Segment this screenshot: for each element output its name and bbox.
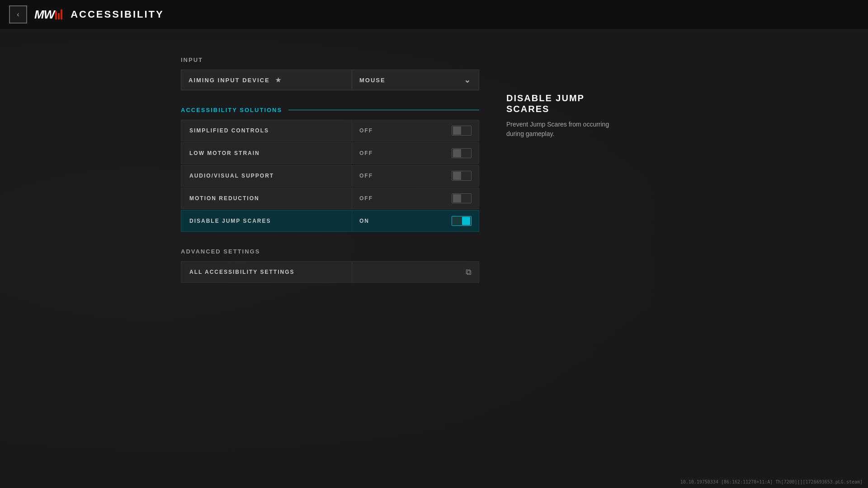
toggle-row-low-motor-strain[interactable]: LOW MOTOR STRAINOFF (181, 142, 479, 164)
toggle-switch-1[interactable] (452, 148, 472, 158)
toggle-switch-2[interactable] (452, 171, 472, 181)
input-section: INPUT AIMING INPUT DEVICE ★ MOUSE ⌄ (181, 56, 479, 90)
toggle-knob-3 (453, 194, 461, 202)
toggle-knob-1 (453, 149, 461, 157)
toggle-row-simplified-controls[interactable]: SIMPLIFIED CONTROLSOFF (181, 120, 479, 141)
advanced-settings-section: ADVANCED SETTINGS ALL ACCESSIBILITY SETT… (181, 248, 479, 283)
logo: MW (34, 8, 62, 22)
toggle-switch-3[interactable] (452, 193, 472, 203)
accessibility-solutions-section: ACCESSIBILITY SOLUTIONS SIMPLIFIED CONTR… (181, 107, 479, 232)
logo-bar-2 (58, 13, 60, 19)
back-button[interactable]: ‹ (9, 5, 27, 23)
toggle-right-4: ON (352, 216, 479, 226)
header: ‹ MW ACCESSIBILITY (0, 0, 868, 29)
main-content: INPUT AIMING INPUT DEVICE ★ MOUSE ⌄ AC (0, 29, 868, 292)
toggle-row-audio-visual-support[interactable]: AUDIO/VISUAL SUPPORTOFF (181, 165, 479, 187)
chevron-down-icon: ⌄ (464, 75, 472, 85)
toggle-knob-4 (462, 217, 470, 225)
page-title: ACCESSIBILITY (71, 9, 164, 20)
toggle-right-2: OFF (352, 171, 479, 181)
toggle-label-2: AUDIO/VISUAL SUPPORT (181, 173, 352, 179)
toggle-label-0: SIMPLIFIED CONTROLS (181, 127, 352, 134)
all-accessibility-settings-label: ALL ACCESSIBILITY SETTINGS (181, 269, 352, 275)
info-description: Prevent Jump Scares from occurring durin… (506, 120, 624, 139)
toggle-knob-2 (453, 172, 461, 180)
info-title: DISABLE JUMP SCARES (506, 93, 624, 114)
toggle-knob-0 (453, 127, 461, 135)
toggle-switch-4[interactable] (452, 216, 472, 226)
accessibility-solutions-title: ACCESSIBILITY SOLUTIONS (181, 107, 288, 113)
back-icon: ‹ (17, 10, 19, 19)
aiming-device-label: AIMING INPUT DEVICE ★ (181, 76, 352, 84)
logo-bar-1 (55, 11, 57, 19)
toggle-rows-container: SIMPLIFIED CONTROLSOFFLOW MOTOR STRAINOF… (181, 120, 479, 232)
toggle-label-3: MOTION REDUCTION (181, 195, 352, 202)
all-accessibility-settings-link[interactable]: ALL ACCESSIBILITY SETTINGS ⧉ (181, 261, 479, 283)
logo-text: MW (34, 8, 54, 22)
toggle-switch-0[interactable] (452, 126, 472, 136)
section-title-row: ACCESSIBILITY SOLUTIONS (181, 107, 479, 113)
star-icon: ★ (275, 76, 282, 84)
toggle-label-1: LOW MOTOR STRAIN (181, 150, 352, 156)
input-section-header: INPUT (181, 56, 479, 63)
logo-bars (55, 9, 62, 19)
aiming-device-dropdown[interactable]: AIMING INPUT DEVICE ★ MOUSE ⌄ (181, 70, 479, 90)
aiming-device-value-text: MOUSE (359, 77, 386, 84)
aiming-device-value: MOUSE ⌄ (352, 75, 479, 85)
toggle-row-disable-jump-scares[interactable]: DISABLE JUMP SCARESON (181, 210, 479, 232)
toggle-right-1: OFF (352, 148, 479, 158)
logo-bar-3 (61, 9, 62, 19)
link-row-right: ⧉ (352, 267, 479, 277)
toggle-status-0: OFF (359, 127, 373, 134)
page-container: ‹ MW ACCESSIBILITY INPUT AIMING INPUT DE… (0, 0, 868, 488)
info-panel: DISABLE JUMP SCARES Prevent Jump Scares … (497, 56, 624, 292)
section-title-line (288, 110, 479, 110)
toggle-status-2: OFF (359, 173, 373, 179)
settings-panel: INPUT AIMING INPUT DEVICE ★ MOUSE ⌄ AC (181, 56, 479, 292)
external-link-icon: ⧉ (466, 267, 472, 277)
advanced-settings-header: ADVANCED SETTINGS (181, 248, 479, 255)
toggle-status-4: ON (359, 218, 369, 224)
footer-debug: 10.10.19750334 [86:162:11278+11:A] Th[72… (680, 479, 863, 484)
toggle-status-3: OFF (359, 195, 373, 202)
toggle-status-1: OFF (359, 150, 373, 156)
toggle-right-0: OFF (352, 126, 479, 136)
aiming-device-label-text: AIMING INPUT DEVICE (189, 77, 270, 84)
toggle-right-3: OFF (352, 193, 479, 203)
toggle-label-4: DISABLE JUMP SCARES (181, 218, 352, 224)
toggle-row-motion-reduction[interactable]: MOTION REDUCTIONOFF (181, 188, 479, 209)
